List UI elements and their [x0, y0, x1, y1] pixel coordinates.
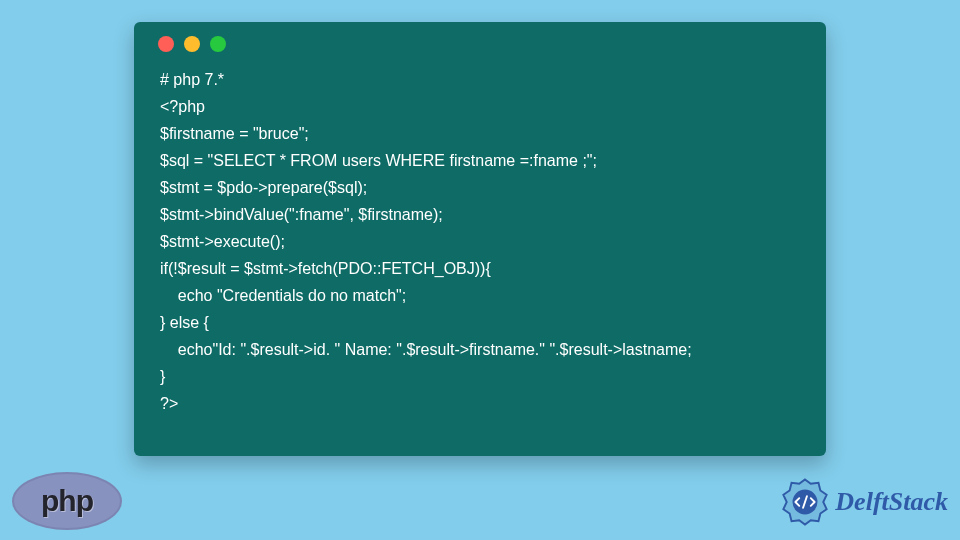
dot-minimize-icon — [184, 36, 200, 52]
php-logo-text: php — [41, 484, 93, 518]
php-logo: php — [12, 472, 122, 530]
brand-text: DelftStack — [835, 487, 948, 517]
code-block: # php 7.* <?php $firstname = "bruce"; $s… — [152, 66, 808, 417]
dot-close-icon — [158, 36, 174, 52]
dot-maximize-icon — [210, 36, 226, 52]
brand-icon — [781, 478, 829, 526]
brand: DelftStack — [781, 478, 948, 526]
code-window: # php 7.* <?php $firstname = "bruce"; $s… — [134, 22, 826, 456]
window-dots — [158, 36, 808, 52]
